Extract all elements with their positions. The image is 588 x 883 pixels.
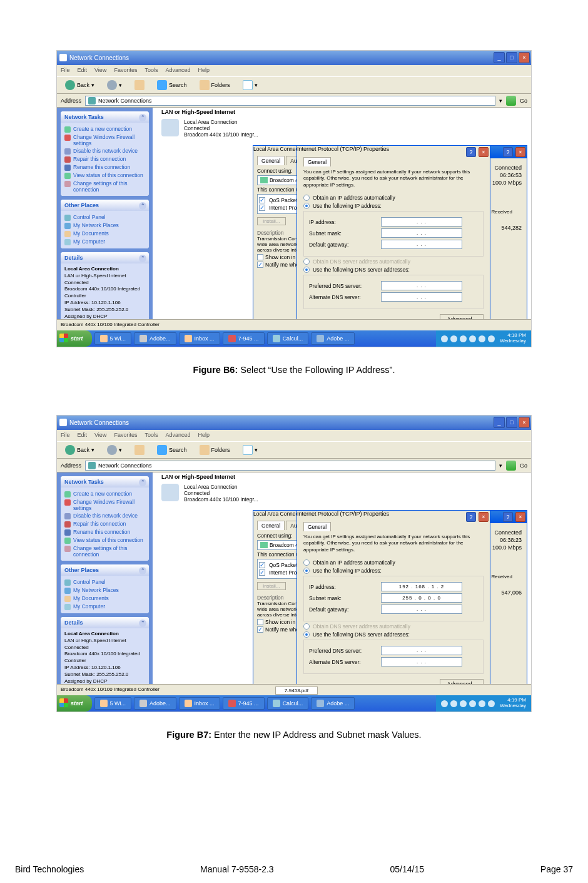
task-create[interactable]: Create a new connection xyxy=(64,490,145,498)
other-my-documents[interactable]: My Documents xyxy=(64,230,145,238)
tray-icon[interactable] xyxy=(460,700,467,707)
task-rename[interactable]: Rename this connection xyxy=(64,528,145,536)
search-button[interactable]: Search xyxy=(153,78,191,92)
mask-input[interactable]: . . . xyxy=(381,228,462,238)
install-button[interactable]: Install... xyxy=(257,582,286,590)
other-control-panel[interactable]: Control Panel xyxy=(64,578,145,586)
other-network-places[interactable]: My Network Places xyxy=(64,586,145,595)
ip-input[interactable]: 192 . 168 . 1 . 2 xyxy=(381,582,462,591)
close-button[interactable]: × xyxy=(519,417,530,428)
menu-file[interactable]: File xyxy=(61,67,70,74)
mask-input[interactable]: 255 . 0 . 0 . 0 xyxy=(381,593,462,603)
search-button[interactable]: Search xyxy=(153,443,191,457)
tray-icon[interactable] xyxy=(441,335,448,342)
radio-use-ip[interactable]: Use the following IP address: xyxy=(303,203,484,209)
go-button[interactable] xyxy=(506,96,516,106)
maximize-button[interactable]: □ xyxy=(506,417,517,428)
radio-use-dns[interactable]: Use the following DNS server addresses: xyxy=(303,631,484,638)
radio-obtain-ip[interactable]: Obtain an IP address automatically xyxy=(303,195,484,201)
menu-advanced[interactable]: Advanced xyxy=(165,67,190,74)
other-my-documents[interactable]: My Documents xyxy=(64,595,145,603)
start-button[interactable]: start xyxy=(57,330,92,347)
taskbar-item[interactable]: Calcul... xyxy=(267,332,309,345)
menu-edit[interactable]: Edit xyxy=(78,67,88,74)
help-button[interactable]: ? xyxy=(466,147,476,157)
address-dropdown-icon[interactable]: ▾ xyxy=(499,462,502,469)
menu-help[interactable]: Help xyxy=(198,67,210,74)
other-my-computer[interactable]: My Computer xyxy=(64,238,145,246)
taskbar-item[interactable]: 5 Wi... xyxy=(94,697,132,710)
task-firewall[interactable]: Change Windows Firewall settings xyxy=(64,133,145,147)
menu-tools[interactable]: Tools xyxy=(144,67,158,74)
pref-dns-input[interactable]: . . . xyxy=(381,646,462,655)
tray-icon[interactable] xyxy=(441,700,448,707)
menu-view[interactable]: View xyxy=(94,432,106,439)
collapse-icon[interactable]: ⌃ xyxy=(139,479,146,486)
tray-icon[interactable] xyxy=(488,700,495,707)
gateway-input[interactable]: . . . xyxy=(381,240,462,249)
task-repair[interactable]: Repair this connection xyxy=(64,520,145,528)
menu-edit[interactable]: Edit xyxy=(78,432,88,439)
folders-button[interactable]: Folders xyxy=(195,78,235,92)
task-rename[interactable]: Rename this connection xyxy=(64,163,145,171)
folders-button[interactable]: Folders xyxy=(195,443,235,457)
menu-tools[interactable]: Tools xyxy=(144,432,158,439)
address-input[interactable]: Network Connections xyxy=(85,461,495,471)
go-button[interactable] xyxy=(506,461,516,471)
taskbar-item[interactable]: Inbox ... xyxy=(179,697,220,710)
collapse-icon[interactable]: ⌃ xyxy=(139,114,146,121)
tab-general[interactable]: General xyxy=(303,522,331,531)
task-repair[interactable]: Repair this connection xyxy=(64,155,145,163)
close-button[interactable]: × xyxy=(519,52,530,63)
minimize-button[interactable]: _ xyxy=(494,417,505,428)
views-button[interactable]: ▾ xyxy=(238,443,262,457)
taskbar-item[interactable]: Adobe... xyxy=(134,332,176,345)
start-button[interactable]: start xyxy=(57,695,92,712)
task-disable[interactable]: Disable this network device xyxy=(64,512,145,520)
taskbar-item[interactable]: 7-945 ... xyxy=(223,332,265,345)
task-disable[interactable]: Disable this network device xyxy=(64,147,145,155)
lan-connection-item[interactable]: Local Area Connection Connected Broadcom… xyxy=(161,119,258,138)
menu-file[interactable]: File xyxy=(61,432,70,439)
menu-help[interactable]: Help xyxy=(198,432,210,439)
forward-button[interactable]: ▾ xyxy=(103,78,126,92)
lan-connection-item[interactable]: Local Area Connection Connected Broadcom… xyxy=(161,484,258,503)
taskbar-item[interactable]: Inbox ... xyxy=(179,332,220,345)
other-network-places[interactable]: My Network Places xyxy=(64,222,145,230)
minimize-button[interactable]: _ xyxy=(494,52,505,63)
taskbar-item[interactable]: Adobe... xyxy=(134,697,176,710)
back-button[interactable]: Back▾ xyxy=(61,443,99,457)
other-control-panel[interactable]: Control Panel xyxy=(64,213,145,222)
task-status[interactable]: View status of this connection xyxy=(64,536,145,544)
ip-input[interactable]: . . . xyxy=(381,217,462,227)
taskbar-item[interactable]: Calcul... xyxy=(267,697,309,710)
menu-favorites[interactable]: Favorites xyxy=(114,67,137,74)
maximize-button[interactable]: □ xyxy=(506,52,517,63)
radio-use-ip[interactable]: Use the following IP address: xyxy=(303,568,484,574)
install-button[interactable]: Install... xyxy=(257,217,286,225)
address-dropdown-icon[interactable]: ▾ xyxy=(499,98,502,104)
tab-general[interactable]: General xyxy=(257,156,285,165)
close-button[interactable]: × xyxy=(479,147,489,157)
alt-dns-input[interactable]: . . . xyxy=(381,292,462,302)
forward-button[interactable]: ▾ xyxy=(103,443,126,457)
pref-dns-input[interactable]: . . . xyxy=(381,281,462,290)
collapse-icon[interactable]: ⌃ xyxy=(139,202,146,210)
taskbar-item[interactable]: 7-945 ... xyxy=(223,697,265,710)
menu-advanced[interactable]: Advanced xyxy=(165,432,190,439)
taskbar-item[interactable]: Adobe ... xyxy=(311,697,355,710)
help-button[interactable]: ? xyxy=(503,512,513,522)
tray-icon[interactable] xyxy=(488,335,495,342)
tray-icon[interactable] xyxy=(450,700,457,707)
task-create[interactable]: Create a new connection xyxy=(64,125,145,133)
collapse-icon[interactable]: ⌃ xyxy=(139,567,146,574)
close-button[interactable]: × xyxy=(515,512,525,522)
tray-icon[interactable] xyxy=(469,335,476,342)
tab-general[interactable]: General xyxy=(257,521,285,530)
gateway-input[interactable]: . . . xyxy=(381,605,462,614)
help-button[interactable]: ? xyxy=(503,147,513,157)
up-button[interactable] xyxy=(130,443,149,457)
alt-dns-input[interactable]: . . . xyxy=(381,657,462,666)
task-settings[interactable]: Change settings of this connection xyxy=(64,180,145,193)
tray-icon[interactable] xyxy=(479,335,485,342)
